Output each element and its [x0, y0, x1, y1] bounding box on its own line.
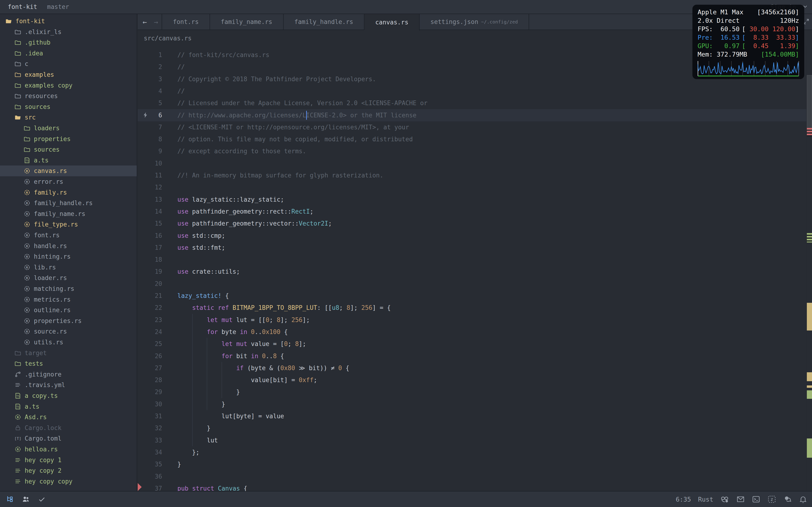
language-selector[interactable]: Rust — [698, 496, 713, 503]
code-line[interactable]: 28 value[bit] = 0xff; — [138, 374, 806, 386]
git-branch[interactable]: master — [47, 3, 69, 10]
code-line[interactable]: 26 for bit in 0..8 { — [138, 350, 806, 362]
tree-item-hinting-rs[interactable]: Rhinting.rs — [0, 251, 137, 262]
code-line[interactable]: 16use std::cmp; — [138, 230, 806, 242]
tree-item-asd-rs[interactable]: RAsd.rs — [0, 412, 137, 422]
breadcrumb[interactable]: src/canvas.rs — [144, 35, 192, 42]
code-line[interactable]: 15use pathfinder_geometry::vector::Vecto… — [138, 217, 806, 230]
tree-item-tests[interactable]: tests — [0, 358, 137, 369]
tree-item-loaders[interactable]: loaders — [0, 123, 137, 133]
nav-forward-button[interactable]: → — [150, 14, 162, 30]
tree-item-target[interactable]: target — [0, 348, 137, 358]
tree-item-utils-rs[interactable]: Rutils.rs — [0, 337, 137, 348]
code-line[interactable]: 8// option. This file may not be copied,… — [138, 133, 806, 145]
code-line[interactable]: 31 lut[byte] = value — [138, 410, 806, 422]
tree-item-c[interactable]: c — [0, 58, 137, 69]
code-line[interactable]: 37pub struct Canvas { — [138, 482, 806, 491]
code-line[interactable]: 30 } — [138, 398, 806, 410]
scrollbar-thumb[interactable] — [807, 75, 812, 130]
tab-font-rs[interactable]: font.rs — [162, 14, 210, 30]
tree-item-handle-rs[interactable]: Rhandle.rs — [0, 241, 137, 251]
editor-scrollbar[interactable] — [806, 46, 812, 491]
tree-item-outline-rs[interactable]: Routline.rs — [0, 305, 137, 316]
code-line[interactable]: 22 static ref BITMAP_1BPP_TO_8BPP_LUT: [… — [138, 301, 806, 314]
tree-item--idea[interactable]: .idea — [0, 48, 137, 59]
tree-item-font-rs[interactable]: Rfont.rs — [0, 230, 137, 241]
code-line[interactable]: 5// Licensed under the Apache License, V… — [138, 97, 806, 109]
notifications-bell-icon[interactable] — [799, 495, 807, 504]
code-line[interactable]: 21lazy_static! { — [138, 290, 806, 302]
tree-item-hey-copy-2[interactable]: hey copy 2 — [0, 465, 137, 476]
tree-item--travis-yml[interactable]: .travis.yml — [0, 380, 137, 390]
tree-item-helloa-rs[interactable]: Rhelloa.rs — [0, 444, 137, 455]
code-line[interactable]: 23 let mut lut = [[0; 8]; 256]; — [138, 314, 806, 326]
code-line[interactable]: 4// — [138, 85, 806, 97]
project-name[interactable]: font-kit — [8, 3, 37, 10]
tree-item-sources[interactable]: sources — [0, 144, 137, 155]
code-action-bolt-icon[interactable] — [142, 111, 149, 120]
tree-item-family-handle-rs[interactable]: Rfamily_handle.rs — [0, 198, 137, 209]
code-line[interactable]: 19use crate::utils; — [138, 266, 806, 278]
tree-item-source-rs[interactable]: Rsource.rs — [0, 326, 137, 337]
tree-item--gitignore[interactable]: .gitignore — [0, 369, 137, 380]
project-panel-toggle-icon[interactable] — [6, 495, 14, 503]
tree-item-family-name-rs[interactable]: Rfamily_name.rs — [0, 209, 137, 219]
code-line[interactable]: 6// http://www.apache.org/licenses/LICEN… — [138, 109, 806, 121]
code-line[interactable]: 20 — [138, 278, 806, 290]
feedback-mail-icon[interactable] — [737, 495, 745, 504]
code-line[interactable]: 35} — [138, 458, 806, 470]
tree-item-family-rs[interactable]: Rfamily.rs — [0, 187, 137, 198]
cursor-position[interactable]: 6:35 — [676, 496, 691, 503]
tab-family-name-rs[interactable]: family_name.rs — [210, 14, 284, 30]
tab-family-handle-rs[interactable]: family_handle.rs — [284, 14, 364, 30]
tree-item-src[interactable]: src — [0, 112, 137, 123]
tree-item-file-type-rs[interactable]: Rfile_type.rs — [0, 219, 137, 230]
tree-item-font-kit[interactable]: font-kit — [0, 16, 137, 26]
tree-item-matching-rs[interactable]: Rmatching.rs — [0, 283, 137, 294]
tree-item-cargo-lock[interactable]: Cargo.lock — [0, 422, 137, 433]
code-line[interactable]: 29 } — [138, 386, 806, 398]
tree-item-properties-rs[interactable]: Rproperties.rs — [0, 316, 137, 326]
tree-item-examples[interactable]: examples — [0, 69, 137, 80]
code-line[interactable]: 12 — [138, 181, 806, 193]
tree-item-resources[interactable]: resources — [0, 91, 137, 101]
code-editor[interactable]: 1// font-kit/src/canvas.rs2//3// Copyrig… — [138, 46, 812, 491]
tree-item-sources[interactable]: sources — [0, 101, 137, 112]
code-line[interactable]: 17use std::fmt; — [138, 241, 806, 254]
terminal-icon[interactable] — [752, 495, 760, 504]
code-line[interactable]: 10 — [138, 157, 806, 169]
tab-canvas-rs[interactable]: canvas.rs — [364, 14, 420, 31]
tree-item-hey-copy-1[interactable]: hey copy 1 — [0, 455, 137, 465]
tree-item-properties[interactable]: properties — [0, 133, 137, 144]
tree-item-a-ts[interactable]: TSa.ts — [0, 401, 137, 412]
tree-item-error-rs[interactable]: Rerror.rs — [0, 176, 137, 187]
tree-item-a-ts[interactable]: TSa.ts — [0, 155, 137, 166]
tree-item-cargo-toml[interactable]: [T]Cargo.toml — [0, 433, 137, 444]
nav-back-button[interactable]: ← — [139, 14, 150, 30]
assistant-z-icon[interactable]: z — [767, 495, 776, 504]
diagnostics-check-icon[interactable] — [38, 496, 46, 503]
collaboration-icon[interactable] — [21, 495, 30, 504]
copilot-icon[interactable] — [720, 495, 729, 504]
chat-icon[interactable] — [783, 495, 792, 504]
code-line[interactable]: 11//! An in-memory bitmap surface for gl… — [138, 169, 806, 181]
tree-item-loader-rs[interactable]: Rloader.rs — [0, 273, 137, 283]
code-line[interactable]: 27 if (byte & (0x80 ≫ bit)) ≠ 0 { — [138, 362, 806, 374]
tree-item--github[interactable]: .github — [0, 37, 137, 48]
code-line[interactable]: 18 — [138, 253, 806, 266]
tree-item-examples-copy[interactable]: examples copy — [0, 80, 137, 91]
code-line[interactable]: 13use lazy_static::lazy_static; — [138, 193, 806, 206]
code-line[interactable]: 36 — [138, 470, 806, 483]
code-line[interactable]: 9// except according to those terms. — [138, 145, 806, 157]
tree-item-lib-rs[interactable]: Rlib.rs — [0, 262, 137, 273]
code-line[interactable]: 33 lut — [138, 434, 806, 446]
tab-settings-json[interactable]: settings.json~/.config/zed — [420, 14, 529, 30]
code-line[interactable]: 32 } — [138, 422, 806, 434]
code-line[interactable]: 7// <LICENSE-MIT or http://opensource.or… — [138, 121, 806, 133]
code-line[interactable]: 34 }; — [138, 446, 806, 458]
tree-item--elixir-ls[interactable]: .elixir_ls — [0, 26, 137, 37]
code-line[interactable]: 25 let mut value = [0; 8]; — [138, 338, 806, 350]
tree-item-metrics-rs[interactable]: Rmetrics.rs — [0, 294, 137, 305]
code-line[interactable]: 14use pathfinder_geometry::rect::RectI; — [138, 205, 806, 218]
code-line[interactable]: 24 for byte in 0..0x100 { — [138, 326, 806, 338]
